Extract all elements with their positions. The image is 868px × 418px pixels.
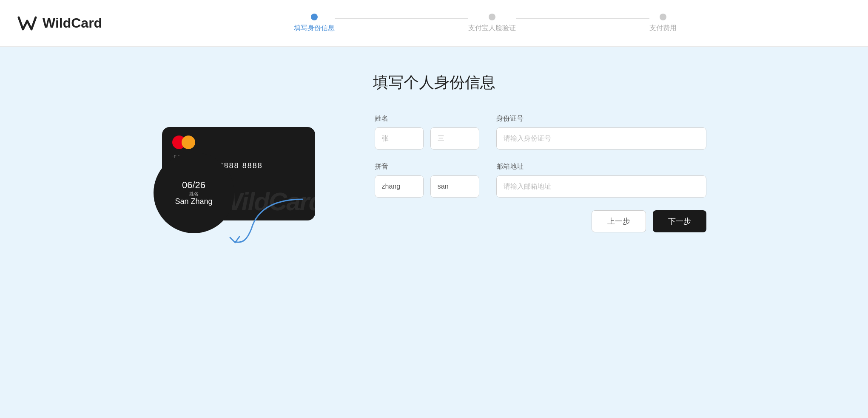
steps-track: 填写身份信息 支付宝人脸验证 支付费用: [294, 14, 677, 33]
arrow-icon: [226, 195, 311, 246]
step-2: 支付宝人脸验证: [468, 14, 516, 33]
next-button[interactable]: 下一步: [653, 210, 706, 232]
buttons-row: 上一步 下一步: [375, 210, 706, 232]
pinyin-group: 拼音: [375, 162, 480, 198]
header: WildCard 填写身份信息 支付宝人脸验证 支付费用: [0, 0, 868, 47]
logo-icon: [17, 13, 37, 34]
pinyin-first-input[interactable]: [375, 175, 424, 198]
fields-row-2: 拼音 邮箱地址: [375, 162, 706, 198]
id-label: 身份证号: [496, 114, 706, 123]
card-circle-date: 06/26: [182, 180, 205, 191]
steps-area: 填写身份信息 支付宝人脸验证 支付费用: [119, 14, 851, 33]
card-circle-name-label: 姓名: [189, 191, 199, 197]
pinyin-inputs: [375, 175, 480, 198]
step-3: 支付费用: [649, 14, 677, 33]
step-3-label: 支付费用: [649, 24, 677, 33]
step-line-1: [335, 18, 468, 19]
step-1: 填写身份信息: [294, 14, 335, 33]
card-illustration: 卡号 8888 8888 8888 8888 CVV WildCard 06/2…: [162, 127, 349, 220]
card-circle-overlay: 06/26 姓名 San Zhang: [154, 153, 234, 233]
pinyin-label: 拼音: [375, 162, 480, 171]
name-group: 姓名: [375, 114, 480, 150]
email-input[interactable]: [496, 175, 706, 198]
form-wrapper: 卡号 8888 8888 8888 8888 CVV WildCard 06/2…: [137, 114, 732, 232]
email-group: 邮箱地址: [496, 162, 706, 198]
step-line-2: [516, 18, 649, 19]
id-group: 身份证号: [496, 114, 706, 150]
step-2-label: 支付宝人脸验证: [468, 24, 516, 33]
mc-orange-circle: [182, 136, 195, 149]
page-title: 填写个人身份信息: [373, 72, 495, 93]
back-button[interactable]: 上一步: [592, 210, 646, 232]
step-1-label: 填写身份信息: [294, 24, 335, 33]
email-label: 邮箱地址: [496, 162, 706, 171]
step-3-dot: [660, 14, 666, 20]
step-1-dot: [311, 14, 318, 20]
id-input[interactable]: [496, 127, 706, 150]
name-last-input[interactable]: [430, 127, 479, 150]
name-inputs: [375, 127, 480, 150]
form-fields: 姓名 身份证号 拼音: [375, 114, 706, 232]
pinyin-last-input[interactable]: [430, 175, 479, 198]
fields-row-1: 姓名 身份证号: [375, 114, 706, 150]
name-first-input[interactable]: [375, 127, 424, 150]
main-content: 填写个人身份信息 卡号 8888 8888 8888 8888 CVV Wild…: [0, 47, 868, 418]
logo-area: WildCard: [17, 13, 119, 34]
name-label: 姓名: [375, 114, 480, 123]
card-circle-name: San Zhang: [175, 197, 212, 206]
mastercard-logo: [172, 136, 305, 149]
step-2-dot: [489, 14, 495, 20]
logo-text: WildCard: [43, 15, 102, 31]
